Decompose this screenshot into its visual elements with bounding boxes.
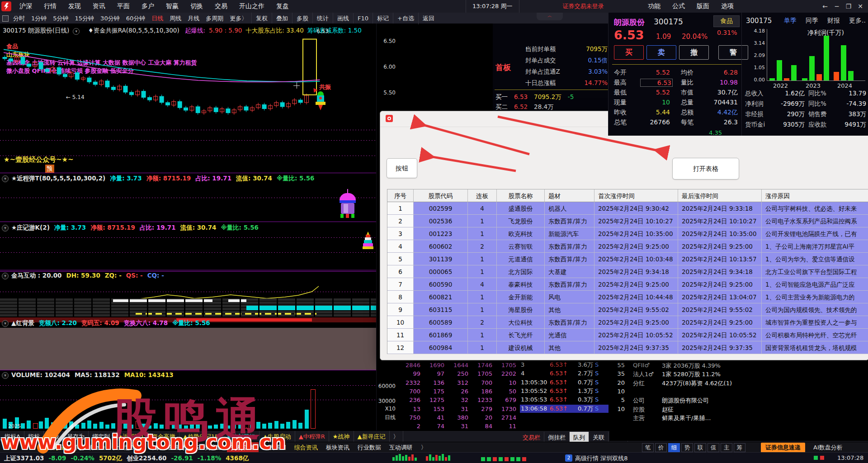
template-item[interactable]: ★战神: [329, 431, 354, 443]
mini-tab[interactable]: 联: [694, 443, 706, 452]
mini-tab[interactable]: 笔: [642, 443, 654, 452]
indicator-header-VOLUME[interactable]: ▾VOLUME: 102404MA5: 118132MA10: 143413: [2, 371, 178, 379]
chevron-down-icon[interactable]: ▾: [2, 320, 9, 327]
indicator-header-金马互动[interactable]: ▾金马互动 : 20.00DH: 59.30ZQ: -QS: -CQ: -: [2, 272, 169, 280]
mini-tab[interactable]: 主: [721, 443, 732, 452]
tick-pane[interactable]: 2846169016441746170599972501705220223321…: [397, 359, 609, 441]
column-header[interactable]: 股票名称: [497, 189, 545, 202]
menu-item[interactable]: 公式: [666, 0, 691, 13]
finance-tab[interactable]: 单季: [784, 17, 797, 25]
menu-item[interactable]: 开山之作: [233, 0, 270, 13]
finance-tab[interactable]: 同季: [806, 17, 818, 25]
app-tab[interactable]: 行业数据: [354, 442, 385, 453]
chart-tool[interactable]: 复权: [251, 13, 272, 24]
menu-item[interactable]: 多户: [136, 0, 160, 13]
column-header[interactable]: 序号: [387, 189, 414, 202]
menu-item[interactable]: 智赢: [160, 0, 184, 13]
indicator-header-近程弹T[interactable]: ▾★近程弹T(80,5,5,5,10,300,2)净量: 3.73净额: 871…: [2, 175, 319, 183]
indicator-header-红背景[interactable]: ▾▲红背景竞额八: 2.20竞码五: 4.09竞换六八: 4.78※量比: 5.…: [2, 319, 215, 327]
table-row[interactable]: 46006022云赛智联东数西算/算力2025年2月24日 9:25:00202…: [387, 240, 868, 253]
table-row[interactable]: 76005904泰豪科技东数西算/算力2025年2月24日 9:25:00202…: [387, 278, 868, 291]
template-item[interactable]: ▲中程弹R: [295, 431, 329, 443]
column-header[interactable]: 连板: [468, 189, 497, 202]
connection-info[interactable]: 高级行情 深圳双线8: [575, 454, 627, 463]
trade-row[interactable]: 13:05:526.53↑1.3万S: [520, 387, 609, 395]
period-tab[interactable]: 1分钟: [28, 13, 50, 24]
period-tab[interactable]: 更多〉: [226, 13, 250, 24]
chevron-down-icon[interactable]: ▾: [2, 225, 9, 232]
table-row[interactable]: 106005892大位科技东数西算/算力2025年2月24日 9:25:0020…: [387, 316, 868, 329]
app-tab[interactable]: 板块资讯: [322, 442, 354, 453]
mini-tab[interactable]: 细: [668, 443, 680, 452]
menu-item[interactable]: 行情: [38, 0, 62, 13]
menu-item[interactable]: 平面: [111, 0, 136, 13]
chart-tool[interactable]: 统计: [312, 13, 333, 24]
trade-row[interactable]: 36.53↑3.6万S: [520, 361, 609, 369]
table-row[interactable]: 86008211金开新能风电2025年2月24日 10:44:482025年2月…: [387, 291, 868, 303]
finance-tab[interactable]: 更多..: [849, 17, 866, 25]
table-row[interactable]: 53011391元道通信东数西算/算力2025年2月24日 10:03:4820…: [387, 253, 868, 265]
period-tab[interactable]: 周线: [166, 13, 184, 24]
table-row[interactable]: 60000651北方国际大基建2025年2月24日 9:34:182025年2月…: [387, 265, 868, 278]
table-row[interactable]: 116018691长飞光纤光通信2025年2月24日 10:05:522025年…: [387, 329, 868, 341]
indicator-header-庄记游K[interactable]: ▾★庄记游K(2)净量: 3.73净额: 8715.19占比: 19.71流值:…: [2, 224, 263, 232]
column-header[interactable]: 股票代码: [414, 189, 468, 202]
mini-tab[interactable]: 筹: [734, 443, 745, 452]
column-header[interactable]: 首次涨停时间: [594, 189, 678, 202]
table-row[interactable]: 126009841建设机械其他2025年2月24日 9:37:352025年2月…: [387, 341, 868, 354]
app-tab[interactable]: 〉: [417, 442, 431, 453]
chart-tool[interactable]: 标记: [373, 13, 393, 24]
table-row[interactable]: 30012231欧克科技新能源汽车2025年2月24日 10:35:002025…: [387, 227, 868, 240]
window-control[interactable]: ❐: [843, 0, 854, 13]
template-item[interactable]: ▲新寻庄记: [354, 431, 390, 443]
menu-item[interactable]: 功能: [642, 0, 666, 13]
menu-item[interactable]: 切换: [184, 0, 209, 13]
menu-item[interactable]: 交易: [209, 0, 233, 13]
limit-up-table-dialog[interactable]: 按钮 打开表格 序号股票代码连板股票名称题材首次涨停时间最后涨停时间涨停原因10…: [380, 111, 868, 360]
period-tab[interactable]: 30分钟: [97, 13, 123, 24]
trade-row[interactable]: 46.53↑2.7万S: [520, 369, 609, 378]
period-tab[interactable]: 多周期: [203, 13, 226, 24]
trade-row[interactable]: 13:06:586.53↑0.7万S: [520, 405, 609, 413]
menu-item[interactable]: 资讯: [87, 0, 111, 13]
menu-item[interactable]: 复盘: [270, 0, 295, 13]
table-row[interactable]: 20025361飞龙股份东数西算/算力2025年2月24日 10:10:2720…: [387, 215, 868, 227]
chevron-down-icon[interactable]: ▾: [2, 372, 9, 379]
table-row[interactable]: 10025994盛通股份机器人2025年2月24日 9:30:422025年2月…: [387, 202, 868, 215]
chart-tool[interactable]: 叠加: [272, 13, 292, 24]
mini-tab[interactable]: 价: [655, 443, 667, 452]
trade-button-卖[interactable]: 卖: [646, 45, 676, 60]
trade-row[interactable]: 13:05:536.53↑0.3万S: [520, 396, 609, 404]
period-tab[interactable]: 5分钟: [50, 13, 71, 24]
bottom-button[interactable]: AI数盘分析: [809, 443, 847, 453]
column-header[interactable]: 最后涨停时间: [678, 189, 762, 202]
chart-tool[interactable]: 多股: [292, 13, 312, 24]
window-control[interactable]: ✕: [854, 0, 866, 13]
open-table-button[interactable]: 打开表格: [672, 158, 739, 180]
period-tab[interactable]: 月线: [184, 13, 203, 24]
mini-tab[interactable]: 势: [681, 443, 693, 452]
mini-tab[interactable]: 值: [708, 443, 719, 452]
finance-tab[interactable]: 财报: [827, 17, 840, 25]
period-tab[interactable]: 60分钟: [123, 13, 149, 24]
main-chart[interactable]: 300175 朗源股份(日线)▾ ♦资金共振RA(80,5,5,5,10,300…: [0, 24, 376, 430]
period-tab[interactable]: 分时: [10, 13, 28, 24]
trade-row[interactable]: 13:05:306.53↑0.7万S: [520, 378, 609, 387]
chart-tool[interactable]: 返回: [418, 13, 439, 24]
chart-tool[interactable]: F10: [353, 13, 373, 24]
window-control[interactable]: ─: [831, 0, 843, 13]
table-row[interactable]: 96031151海星股份其他2025年2月24日 9:55:022025年2月2…: [387, 303, 868, 316]
menu-item[interactable]: 选项: [715, 0, 740, 13]
column-header[interactable]: 题材: [545, 189, 594, 202]
menu-item[interactable]: 发现: [62, 0, 87, 13]
chart-tool[interactable]: +自选: [393, 13, 418, 24]
chart-tool[interactable]: 画线: [333, 13, 353, 24]
limit-up-table[interactable]: 序号股票代码连板股票名称题材首次涨停时间最后涨停时间涨停原因10025994盛通…: [387, 189, 868, 354]
sector-badge[interactable]: 食品: [713, 15, 740, 27]
chevron-down-icon[interactable]: ▾: [73, 28, 80, 35]
panel-icon[interactable]: [2, 15, 9, 22]
menu-item[interactable]: 版面: [691, 0, 715, 13]
button-generic[interactable]: 按钮: [387, 158, 417, 178]
period-tab[interactable]: 15分钟: [72, 13, 98, 24]
trade-button-撤[interactable]: 撤: [679, 45, 709, 60]
